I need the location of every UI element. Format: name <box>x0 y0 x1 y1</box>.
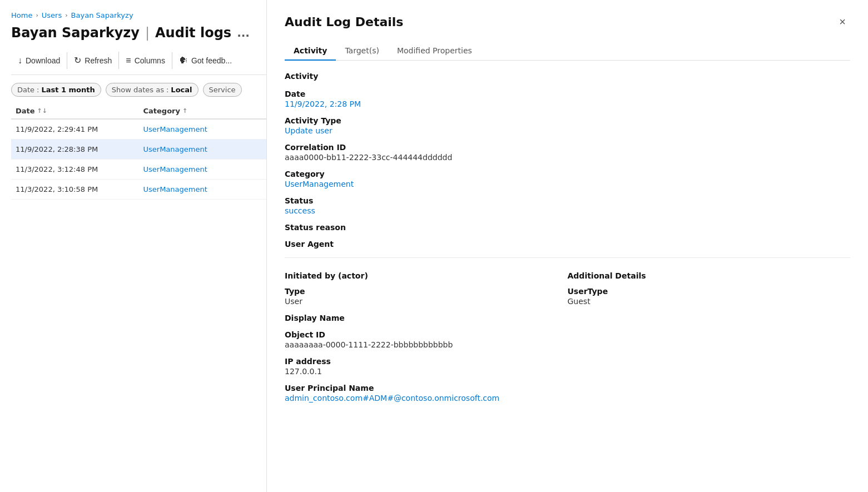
status-reason-field: Status reason <box>285 223 850 232</box>
usertype-value: Guest <box>568 297 608 306</box>
download-icon: ↓ <box>18 56 22 66</box>
table-body: 11/9/2022, 2:29:41 PMUserManagement11/9/… <box>11 120 266 200</box>
date-field-label: Date <box>285 90 850 98</box>
date-field-value[interactable]: 11/9/2022, 2:28 PM <box>285 100 850 108</box>
inline-fields: UserType Guest <box>568 287 851 306</box>
breadcrumb-sep-2: › <box>65 12 67 19</box>
upn-field: User Principal Name admin_contoso.com#AD… <box>285 384 568 402</box>
page-title-name: Bayan Saparkyzy <box>11 25 140 41</box>
tab-activity[interactable]: Activity <box>285 42 336 61</box>
two-col-section: Initiated by (actor) Type User Display N… <box>285 267 850 410</box>
columns-button[interactable]: ≡ Columns <box>119 52 172 69</box>
download-label: Download <box>26 56 60 65</box>
page-more-button[interactable]: ... <box>237 26 250 39</box>
breadcrumb-user[interactable]: Bayan Saparkyzy <box>71 11 133 19</box>
correlation-id-label: Correlation ID <box>285 143 850 152</box>
show-dates-colon: : <box>166 86 168 94</box>
refresh-button[interactable]: ↻ Refresh <box>67 52 119 69</box>
td-category: UserManagement <box>139 125 267 133</box>
detail-header: Audit Log Details × <box>285 13 850 31</box>
activity-type-value[interactable]: Update user <box>285 126 850 135</box>
sort-date-icon[interactable]: ↑↓ <box>37 107 47 115</box>
refresh-icon: ↻ <box>74 55 81 66</box>
detail-tabs: Activity Target(s) Modified Properties <box>285 42 850 61</box>
ip-address-label: IP address <box>285 357 568 366</box>
filter-bar: Date : Last 1 month Show dates as : Loca… <box>11 83 266 97</box>
col-date: Date ↑↓ <box>11 107 139 115</box>
columns-label: Columns <box>135 56 165 65</box>
ip-address-value: 127.0.0.1 <box>285 367 568 376</box>
td-date: 11/3/2022, 3:10:58 PM <box>11 185 139 193</box>
td-date: 11/9/2022, 2:29:41 PM <box>11 125 139 133</box>
status-reason-label: Status reason <box>285 223 850 232</box>
audit-log-table: Date ↑↓ Category ↑ 11/9/2022, 2:29:41 PM… <box>11 103 266 200</box>
columns-icon: ≡ <box>126 56 131 66</box>
type-label: Type <box>285 287 568 296</box>
tab-targets[interactable]: Target(s) <box>336 42 388 61</box>
td-date: 11/9/2022, 2:28:38 PM <box>11 145 139 153</box>
date-field: Date 11/9/2022, 2:28 PM <box>285 90 850 108</box>
status-label: Status <box>285 196 850 205</box>
usertype-field: UserType Guest <box>568 287 851 306</box>
breadcrumb-sep-1: › <box>36 12 38 19</box>
date-filter-colon: : <box>37 86 39 94</box>
usertype-inline: UserType Guest <box>568 287 608 306</box>
table-row[interactable]: 11/9/2022, 2:28:38 PMUserManagement <box>11 140 266 160</box>
table-row[interactable]: 11/3/2022, 3:12:48 PMUserManagement <box>11 160 266 180</box>
col-category: Category ↑ <box>139 107 267 115</box>
refresh-label: Refresh <box>85 56 112 65</box>
sort-category-icon[interactable]: ↑ <box>182 107 187 115</box>
service-filter[interactable]: Service <box>203 83 242 97</box>
breadcrumb: Home › Users › Bayan Saparkyzy <box>11 11 266 19</box>
show-dates-filter[interactable]: Show dates as : Local <box>106 83 199 97</box>
feedback-label: Got feedb... <box>191 56 232 65</box>
feedback-button[interactable]: 🗣 Got feedb... <box>172 52 239 69</box>
object-id-field: Object ID aaaaaaaa-0000-1111-2222-bbbbbb… <box>285 330 568 349</box>
user-agent-field: User Agent <box>285 240 850 249</box>
left-panel: Home › Users › Bayan Saparkyzy Bayan Sap… <box>0 0 267 492</box>
col-category-label: Category <box>143 107 180 115</box>
initiated-by-title: Initiated by (actor) <box>285 267 568 280</box>
breadcrumb-home[interactable]: Home <box>11 11 32 19</box>
type-field: Type User <box>285 287 568 306</box>
display-name-field: Display Name <box>285 314 568 322</box>
td-category: UserManagement <box>139 145 267 153</box>
page-title-separator: | <box>145 25 150 41</box>
additional-details-title: Additional Details <box>568 267 851 280</box>
date-filter-label: Date <box>17 86 34 94</box>
status-field: Status success <box>285 196 850 215</box>
additional-details-col: Additional Details UserType Guest <box>568 267 851 410</box>
object-id-label: Object ID <box>285 330 568 339</box>
table-header: Date ↑↓ Category ↑ <box>11 103 266 120</box>
initiated-by-col: Initiated by (actor) Type User Display N… <box>285 267 568 410</box>
date-filter[interactable]: Date : Last 1 month <box>11 83 101 97</box>
td-category: UserManagement <box>139 165 267 173</box>
correlation-id-field: Correlation ID aaaa0000-bb11-2222-33cc-4… <box>285 143 850 162</box>
show-dates-value: Local <box>171 86 192 94</box>
tab-modified-properties[interactable]: Modified Properties <box>388 42 481 61</box>
type-value: User <box>285 297 568 306</box>
close-button[interactable]: × <box>835 13 850 31</box>
upn-value[interactable]: admin_contoso.com#ADM#@contoso.onmicroso… <box>285 394 568 402</box>
toolbar: ↓ Download ↻ Refresh ≡ Columns 🗣 Got fee… <box>11 52 266 75</box>
page-title-subtitle: Audit logs <box>155 25 231 41</box>
date-filter-value: Last 1 month <box>41 86 95 94</box>
category-value[interactable]: UserManagement <box>285 180 850 188</box>
download-button[interactable]: ↓ Download <box>11 52 67 69</box>
show-dates-label: Show dates as <box>112 86 164 94</box>
table-row[interactable]: 11/3/2022, 3:10:58 PMUserManagement <box>11 180 266 200</box>
detail-panel: Audit Log Details × Activity Target(s) M… <box>267 0 868 492</box>
table-row[interactable]: 11/9/2022, 2:29:41 PMUserManagement <box>11 120 266 140</box>
td-date: 11/3/2022, 3:12:48 PM <box>11 165 139 173</box>
activity-type-label: Activity Type <box>285 116 850 125</box>
breadcrumb-users[interactable]: Users <box>42 11 62 19</box>
status-value[interactable]: success <box>285 206 850 215</box>
display-name-label: Display Name <box>285 314 568 322</box>
user-agent-label: User Agent <box>285 240 850 249</box>
upn-label: User Principal Name <box>285 384 568 392</box>
service-filter-label: Service <box>209 86 236 94</box>
category-label: Category <box>285 170 850 178</box>
td-category: UserManagement <box>139 185 267 193</box>
activity-type-field: Activity Type Update user <box>285 116 850 135</box>
correlation-id-value: aaaa0000-bb11-2222-33cc-444444dddddd <box>285 153 850 162</box>
